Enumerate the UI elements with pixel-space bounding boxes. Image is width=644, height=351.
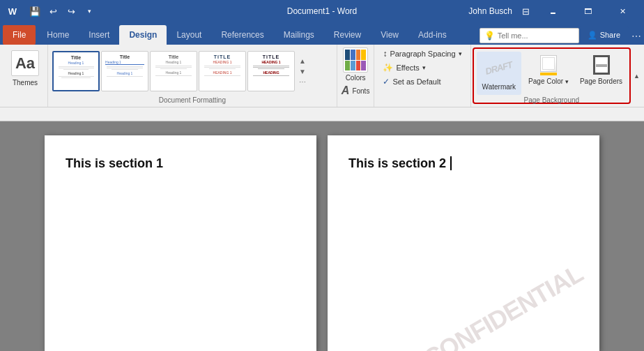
page-color-icon (539, 54, 558, 76)
user-name: John Busch (468, 6, 512, 16)
tab-design[interactable]: Design (119, 25, 167, 45)
lightbulb-icon: 💡 (484, 31, 495, 40)
tab-file[interactable]: File (3, 25, 36, 45)
ribbon-tabs-bar: File Home Insert Design Layout Reference… (0, 22, 644, 45)
effects-button[interactable]: ✨ Effects ▾ (378, 61, 429, 74)
effects-dropdown-icon: ▾ (422, 64, 426, 71)
format-thumb-4[interactable]: TITLE Heading 1 Heading 1 (199, 51, 246, 91)
spacing-dropdown-icon: ▾ (459, 50, 462, 57)
spacing-icon: ↕ (383, 49, 387, 59)
tab-mailings[interactable]: Mailings (274, 25, 324, 45)
cursor (447, 156, 452, 170)
set-as-default-button[interactable]: ✓ Set as Default (378, 75, 445, 88)
page-bg-buttons: DRAFT Watermark Page Color ▾ (477, 52, 627, 95)
page-color-button[interactable]: Page Color ▾ (524, 52, 573, 94)
format-scroll-down[interactable]: ▼ (298, 67, 307, 76)
tab-references[interactable]: References (211, 25, 273, 45)
ribbon-display-icon[interactable]: ⊟ (518, 6, 534, 17)
tab-insert[interactable]: Insert (79, 25, 119, 45)
title-bar-controls: John Busch ⊟ 🗕 🗖 ✕ (468, 0, 638, 22)
format-thumb-2[interactable]: Title Heading 1 Heading 1 (101, 51, 148, 91)
page-borders-button[interactable]: Page Borders (576, 52, 627, 94)
share-icon: 👤 (588, 31, 597, 40)
collapse-icon: ▲ (634, 73, 640, 80)
document-title: Document1 - Word (287, 6, 357, 16)
ribbon-collapse-button[interactable]: ▲ (632, 45, 641, 107)
format-scroll-arrows: ▲ ▼ ⋯ (298, 57, 307, 87)
page-borders-label: Page Borders (580, 77, 622, 85)
themes-aa-icon: Aa (11, 50, 39, 76)
format-label-bar (0, 107, 644, 121)
themes-group-content: Aa Themes (6, 47, 45, 95)
ribbon-body: Aa Themes . Title Heading 1 Heading 1 Ti… (0, 45, 644, 107)
themes-group: Aa Themes . (3, 45, 48, 107)
title-bar: W 💾 ↩ ↪ ▾ Document1 - Word John Busch ⊟ … (0, 0, 644, 22)
redo-button[interactable]: ↪ (63, 3, 79, 20)
spacing-effects-group: ↕ Paragraph Spacing ▾ ✨ Effects ▾ ✓ Set … (374, 45, 470, 107)
doc-format-label: Document Formatting (52, 95, 332, 107)
watermark-button[interactable]: DRAFT Watermark (477, 52, 522, 95)
format-thumb-default[interactable]: Title Heading 1 Heading 1 (52, 51, 100, 91)
tell-me-box[interactable]: 💡 (480, 28, 579, 43)
tab-home[interactable]: Home (37, 25, 79, 45)
page-2-text: This is section 2 (348, 156, 578, 171)
document-page-1[interactable]: This is section 1 (45, 135, 316, 351)
tabs-right-area: 💡 👤 Share ⋯ (477, 27, 644, 45)
quick-access-toolbar: 💾 ↩ ↪ ▾ (26, 3, 98, 20)
watermark-icon: DRAFT (486, 54, 512, 82)
colors-button[interactable]: Colors (343, 47, 368, 82)
save-button[interactable]: 💾 (26, 3, 43, 20)
watermark-overlay: CONFIDENTIAL (419, 259, 588, 351)
themes-label: Themes (13, 79, 38, 87)
page-bg-label: Page Background (477, 95, 627, 107)
colors-fonts-group: Colors A Fonts . (337, 45, 375, 107)
fonts-button[interactable]: A Fonts (342, 84, 370, 97)
title-bar-left: W 💾 ↩ ↪ ▾ (6, 3, 98, 20)
page-borders-icon (592, 54, 611, 76)
minimize-button[interactable]: 🗕 (537, 0, 569, 22)
format-thumb-5[interactable]: TITLE HEADING 1 Heading (247, 51, 295, 91)
paragraph-spacing-button[interactable]: ↕ Paragraph Spacing ▾ (378, 47, 466, 60)
colors-fonts-content: Colors A Fonts (342, 47, 370, 97)
themes-button[interactable]: Aa Themes (6, 47, 45, 89)
doc-format-thumbs: Title Heading 1 Heading 1 Title Heading … (52, 47, 332, 95)
effects-icon: ✨ (383, 63, 393, 73)
close-button[interactable]: ✕ (606, 0, 638, 22)
format-thumb-3[interactable]: Title Heading 1 Heading 1 (150, 51, 197, 91)
tab-addins[interactable]: Add-ins (408, 25, 457, 45)
help-icon[interactable]: ⋯ (629, 29, 644, 43)
page-background-group: DRAFT Watermark Page Color ▾ (473, 47, 631, 104)
user-info: John Busch (468, 6, 512, 16)
spacing-effects-content: ↕ Paragraph Spacing ▾ ✨ Effects ▾ ✓ Set … (378, 47, 466, 95)
document-formatting-group: Title Heading 1 Heading 1 Title Heading … (48, 45, 337, 107)
checkmark-icon: ✓ (383, 77, 390, 87)
quick-access-dropdown[interactable]: ▾ (81, 3, 98, 20)
document-area: This is section 1 This is section 2 CONF… (0, 121, 644, 351)
page-1-text: This is section 1 (66, 156, 296, 171)
document-page-2[interactable]: This is section 2 CONFIDENTIAL (328, 135, 599, 351)
page-color-label: Page Color ▾ (528, 77, 569, 86)
tab-view[interactable]: View (371, 25, 408, 45)
maximize-button[interactable]: 🗖 (572, 0, 604, 22)
tab-review[interactable]: Review (324, 25, 371, 45)
page-color-dropdown: ▾ (565, 78, 569, 85)
undo-button[interactable]: ↩ (45, 3, 61, 20)
word-logo-icon: W (6, 4, 20, 18)
share-button[interactable]: 👤 Share (579, 27, 629, 43)
format-scroll-more[interactable]: ⋯ (298, 77, 307, 87)
tell-me-input[interactable] (498, 31, 574, 40)
tab-layout[interactable]: Layout (167, 25, 211, 45)
format-scroll-up[interactable]: ▲ (298, 57, 307, 66)
